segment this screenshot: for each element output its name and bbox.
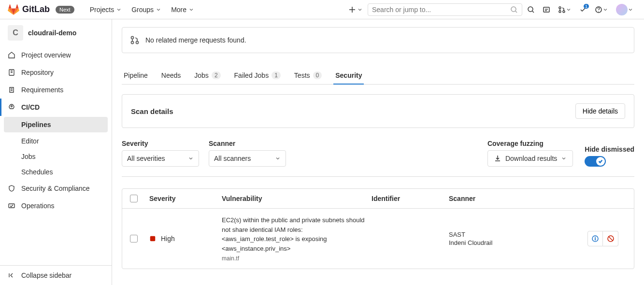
operations-icon — [8, 202, 15, 210]
nav-projects[interactable]: Projects — [86, 4, 126, 15]
scanner-dropdown[interactable]: All scanners — [209, 150, 286, 167]
severity-filter: Severity All severities — [122, 140, 199, 167]
header-right: 1 — [345, 1, 636, 18]
info-icon — [591, 235, 599, 242]
tab-label: Tests — [294, 71, 310, 79]
chevron-down-icon — [566, 7, 572, 13]
sidebar-item-requirements[interactable]: Requirements — [0, 81, 112, 99]
mr-banner: No related merge requests found. — [122, 27, 634, 53]
nav-groups[interactable]: Groups — [128, 4, 165, 15]
chevron-down-icon — [116, 7, 122, 13]
dropdown-value: All scanners — [214, 155, 251, 162]
dismiss-button[interactable] — [603, 231, 618, 246]
sidebar-item-label: Schedules — [21, 168, 53, 176]
scanner-vendor: Indeni Cloudrail — [449, 239, 587, 246]
tab-tests[interactable]: Tests 0 — [292, 67, 324, 84]
download-results-button[interactable]: Download results — [487, 150, 573, 167]
repository-icon — [8, 69, 15, 76]
home-icon — [8, 51, 15, 59]
svg-point-7 — [598, 11, 599, 12]
sidebar-subitem-jobs[interactable]: Jobs — [0, 149, 112, 164]
info-button[interactable] — [587, 231, 603, 246]
project-header[interactable]: C cloudrail-demo — [0, 19, 112, 46]
download-icon — [494, 155, 501, 162]
chevron-down-icon — [602, 7, 608, 13]
shield-icon — [8, 185, 15, 192]
issues-button[interactable] — [540, 3, 553, 16]
tab-pipeline[interactable]: Pipeline — [122, 67, 150, 84]
tab-jobs[interactable]: Jobs 2 — [192, 67, 222, 84]
tab-needs[interactable]: Needs — [159, 67, 183, 84]
project-name: cloudrail-demo — [28, 29, 76, 37]
sidebar-item-security-compliance[interactable]: Security & Compliance — [0, 180, 112, 197]
svg-point-4 — [559, 11, 561, 13]
gitlab-logo-text: GitLab — [22, 4, 50, 14]
filter-label-coverage: Coverage fuzzing — [487, 140, 573, 147]
vulnerabilities-table: Severity Vulnerability Identifier Scanne… — [122, 188, 634, 269]
svg-point-12 — [131, 42, 134, 44]
hide-dismissed-toggle[interactable] — [585, 156, 606, 167]
table-header: Severity Vulnerability Identifier Scanne… — [122, 189, 634, 209]
sidebar: C cloudrail-demo Project overview Reposi… — [0, 19, 112, 285]
dismiss-icon — [607, 235, 615, 242]
collapse-sidebar-button[interactable]: Collapse sidebar — [0, 265, 112, 285]
chevron-down-icon — [275, 156, 281, 161]
tab-failed-jobs[interactable]: Failed Jobs 1 — [232, 67, 283, 84]
sidebar-item-repository[interactable]: Repository — [0, 64, 112, 81]
create-new-button[interactable] — [345, 3, 366, 16]
svg-rect-10 — [9, 204, 14, 208]
header-nav: Projects Groups More — [86, 4, 198, 15]
plus-icon — [348, 6, 356, 14]
gitlab-logo[interactable]: GitLab — [8, 4, 50, 15]
tab-security[interactable]: Security — [333, 67, 364, 84]
avatar — [616, 4, 628, 15]
gitlab-tanuki-icon — [8, 4, 19, 15]
search-button[interactable] — [524, 3, 538, 16]
search-icon — [510, 6, 518, 14]
nav-more-label: More — [171, 6, 186, 14]
sidebar-subitem-editor[interactable]: Editor — [0, 133, 112, 149]
chevron-down-icon — [561, 156, 567, 161]
th-severity: Severity — [149, 195, 222, 202]
help-icon — [595, 6, 602, 14]
search-icon — [527, 6, 535, 14]
tab-label: Security — [335, 71, 362, 79]
svg-rect-2 — [544, 7, 549, 12]
todos-button[interactable]: 1 — [576, 3, 590, 16]
filter-label-scanner: Scanner — [209, 140, 286, 147]
sidebar-subitem-schedules[interactable]: Schedules — [0, 164, 112, 180]
hide-details-button[interactable]: Hide details — [575, 103, 625, 119]
svg-point-11 — [131, 37, 134, 39]
th-vulnerability: Vulnerability — [222, 195, 372, 202]
merge-requests-button[interactable] — [555, 3, 574, 16]
check-icon — [598, 159, 603, 164]
search-input[interactable] — [372, 6, 510, 14]
sidebar-item-project-overview[interactable]: Project overview — [0, 46, 112, 64]
hide-dismissed-group: Hide dismissed — [585, 145, 634, 167]
help-button[interactable] — [592, 3, 611, 16]
hide-dismissed-label: Hide dismissed — [585, 145, 634, 153]
chevron-down-icon — [188, 156, 194, 161]
nav-more[interactable]: More — [167, 4, 198, 15]
todos-count-badge: 1 — [584, 4, 589, 9]
tab-label: Needs — [161, 71, 181, 79]
select-all-checkbox[interactable] — [130, 195, 138, 202]
requirements-icon — [8, 86, 15, 94]
collapse-icon — [8, 271, 15, 279]
svg-point-0 — [511, 7, 516, 12]
sidebar-item-cicd[interactable]: CI/CD — [0, 99, 112, 116]
row-checkbox[interactable] — [130, 235, 138, 242]
mr-banner-text: No related merge requests found. — [145, 36, 246, 44]
filter-label-severity: Severity — [122, 140, 199, 147]
sidebar-item-label: Pipelines — [21, 121, 51, 128]
severity-dropdown[interactable]: All severities — [122, 150, 199, 167]
search-box[interactable] — [368, 3, 522, 16]
user-menu-button[interactable] — [613, 1, 636, 18]
chevron-down-icon — [628, 7, 633, 13]
vulnerability-text[interactable]: EC2(s) within the public and private sub… — [222, 215, 372, 253]
sidebar-item-label: Project overview — [21, 51, 71, 59]
scanner-name: SAST — [449, 231, 587, 238]
sidebar-item-operations[interactable]: Operations — [0, 197, 112, 214]
sidebar-menu: Project overview Repository Requirements… — [0, 46, 112, 265]
sidebar-subitem-pipelines[interactable]: Pipelines — [4, 117, 108, 132]
